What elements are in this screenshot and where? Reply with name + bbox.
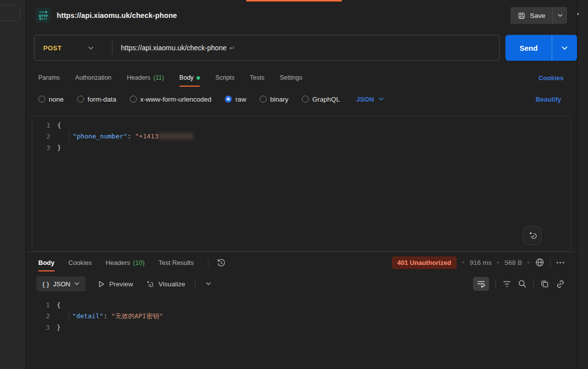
response-format-selector[interactable]: { } JSON [36, 276, 86, 291]
cookies-link[interactable]: Cookies [538, 68, 564, 88]
divider [495, 280, 496, 288]
request-title: https://api.xiaomu.uk/check-phone [57, 11, 177, 19]
braces-icon: { } [42, 280, 49, 288]
divider [550, 258, 551, 266]
json-key: "detail" [72, 312, 103, 320]
http-method-icon: HTTP [36, 8, 51, 23]
save-button[interactable]: Save [510, 7, 552, 24]
body-type-none[interactable]: none [38, 96, 64, 103]
postbot-button[interactable] [523, 226, 542, 245]
line-number: 2 [32, 312, 57, 320]
chevron-down-icon [74, 282, 80, 286]
chevron-down-icon [205, 282, 211, 286]
wrap-text-icon [477, 280, 486, 288]
tab-tests[interactable]: Tests [250, 68, 264, 88]
search-icon [518, 279, 527, 288]
tab-body[interactable]: Body [180, 68, 200, 88]
body-type-urlencoded[interactable]: x-www-form-urlencoded [130, 96, 211, 103]
code-line: 2 "phone_number": "+141355555555 [32, 131, 571, 142]
active-tab-underline [38, 270, 55, 271]
json-value: "+1413 [135, 132, 159, 140]
headers-count: (11) [153, 74, 164, 81]
preview-icon [98, 280, 105, 288]
radio-icon [77, 96, 84, 103]
beautify-link[interactable]: Beautify [536, 96, 561, 103]
tab-settings[interactable]: Settings [280, 68, 302, 88]
response-tab-test-results[interactable]: Test Results [159, 252, 194, 273]
tab-scripts[interactable]: Scripts [215, 68, 234, 88]
radio-icon [260, 96, 267, 103]
copy-icon [540, 279, 549, 288]
tab-authorization[interactable]: Authorization [75, 68, 111, 88]
line-number: 2 [32, 132, 57, 140]
more-options-button[interactable]: ••• [556, 259, 565, 265]
filter-button[interactable] [502, 280, 511, 288]
history-icon [216, 258, 226, 267]
dot-separator [497, 261, 499, 263]
body-type-binary[interactable]: binary [260, 96, 289, 103]
network-info-button[interactable] [535, 257, 545, 267]
radio-icon [302, 96, 309, 103]
code-line: 2 "detail": "无效的API密钥" [32, 311, 571, 322]
status-badge[interactable]: 401 Unauthorized [392, 256, 457, 269]
chevron-down-icon [379, 97, 384, 101]
save-button-label: Save [530, 12, 545, 19]
method-chevron-down-icon[interactable] [88, 46, 94, 50]
wrap-text-button[interactable] [473, 277, 489, 291]
send-options-button[interactable] [552, 35, 577, 61]
svg-text:HTTP: HTTP [39, 14, 48, 18]
request-body-editor[interactable]: 1 { 2 "phone_number": "+141355555555 3 } [32, 116, 571, 251]
save-icon [517, 11, 526, 20]
tab-params[interactable]: Params [38, 68, 60, 88]
more-views-chevron[interactable] [205, 282, 211, 286]
response-tab-body[interactable]: Body [38, 252, 55, 273]
link-button[interactable] [556, 279, 565, 289]
response-size[interactable]: 568 B [504, 259, 522, 266]
save-split-button: Save [510, 7, 567, 24]
filter-icon [502, 280, 511, 288]
body-type-graphql[interactable]: GraphQL [302, 96, 340, 103]
response-tabs: Body Cookies Headers (10) Test Results 4… [26, 252, 577, 273]
link-icon [556, 279, 565, 289]
main-panel: HTTP https://api.xiaomu.uk/check-phone S… [26, 0, 577, 369]
enter-hint: ↵ [229, 44, 235, 52]
preview-button[interactable]: Preview [98, 280, 133, 288]
sidebar-partial-item[interactable] [0, 5, 20, 21]
code-line: 3 } [32, 322, 571, 333]
tab-headers[interactable]: Headers (11) [127, 68, 164, 88]
response-tab-cookies[interactable]: Cookies [69, 252, 92, 273]
body-type-raw[interactable]: raw [225, 96, 246, 103]
url-input[interactable]: https://api.xiaomu.uk/check-phone [121, 44, 226, 52]
json-key: "phone_number" [73, 132, 127, 140]
line-number: 1 [32, 301, 57, 309]
format-selector[interactable]: JSON [356, 96, 384, 103]
method-selector[interactable]: POST [43, 44, 62, 52]
send-split-button: Send [505, 35, 577, 61]
line-number: 3 [32, 324, 57, 331]
line-number: 1 [32, 122, 57, 129]
response-tab-headers[interactable]: Headers (10) [105, 252, 144, 273]
redacted-phone-digits: 55555555 [159, 132, 194, 140]
radio-icon [130, 96, 137, 103]
response-toolbar: { } JSON Preview Visualize [26, 274, 577, 293]
request-tabs: Params Authorization Headers (11) Body S… [26, 68, 577, 88]
divider [208, 258, 208, 266]
response-history-button[interactable] [216, 258, 226, 267]
code-line: 1 { [32, 120, 571, 131]
response-meta: 401 Unauthorized 916 ms 568 B ••• [392, 252, 565, 273]
code-line: 1 { [32, 299, 571, 311]
send-button[interactable]: Send [505, 35, 552, 61]
body-type-form-data[interactable]: form-data [77, 96, 116, 103]
copy-button[interactable] [540, 279, 549, 288]
response-time[interactable]: 916 ms [470, 259, 491, 266]
right-sidebar-rail: ✦ [577, 0, 588, 369]
globe-icon [535, 257, 545, 267]
indent-guide [69, 131, 70, 142]
search-button[interactable] [518, 279, 527, 288]
response-body-editor[interactable]: 1 { 2 "detail": "无效的API密钥" 3 } [32, 295, 571, 369]
code-line: 3 } [32, 142, 571, 153]
active-tab-indicator [246, 0, 342, 1]
visualize-button[interactable]: Visualize [145, 279, 185, 289]
body-modified-dot [196, 76, 200, 80]
save-options-button[interactable] [552, 7, 567, 24]
